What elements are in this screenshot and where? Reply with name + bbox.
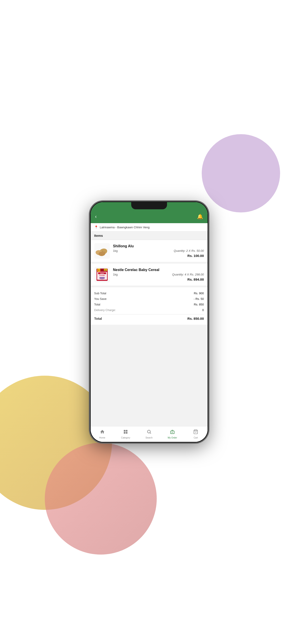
item-details-1: Shillong Alu 1kg Quantity: 2 X Rs. 50.00… (113, 244, 204, 258)
summary-savings-row: You Save - Rs. 50 (94, 296, 204, 302)
item-price-1: Rs. 100.00 (113, 254, 204, 258)
nav-cart[interactable]: Cart (184, 429, 207, 439)
summary-grand-total-row: Total Rs. 850.00 (94, 314, 204, 322)
location-bar: 📍 Lalrinawma - Bawngkawn Chhim Veng (91, 223, 207, 232)
nav-home[interactable]: Home (91, 429, 114, 439)
svg-text:N: N (98, 269, 99, 271)
item-image-cerelac: Nestlé Cerelac N NEW (94, 267, 110, 282)
svg-rect-16 (99, 277, 105, 278)
home-icon (100, 429, 105, 436)
delivery-label: Delivery Charge: (94, 308, 116, 312)
item-weight-2: 1kg (113, 273, 118, 276)
summary-delivery-row: Delivery Charge: 0 (94, 307, 204, 313)
svg-rect-24 (126, 432, 127, 434)
item-name-1: Shillong Alu (113, 244, 204, 248)
svg-text:NEW: NEW (104, 270, 107, 271)
item-weight-1: 1kg (113, 249, 118, 252)
grand-total-label: Total (94, 317, 102, 320)
subtotal-label: Sub Total (94, 292, 106, 295)
cart-icon (193, 429, 198, 436)
order-item-1: Shillong Alu 1kg Quantity: 2 X Rs. 50.00… (91, 240, 207, 264)
app-header: ‹ 🔔 (91, 212, 207, 223)
svg-point-4 (104, 252, 105, 252)
bg-shape-purple (202, 134, 280, 212)
svg-point-6 (101, 254, 102, 255)
order-summary: Sub Total Rs. 900 You Save - Rs. 50 Tota… (91, 287, 207, 325)
notification-bell-icon[interactable]: 🔔 (197, 214, 203, 220)
home-label: Home (99, 436, 105, 439)
location-pin-icon: 📍 (94, 226, 98, 229)
svg-rect-28 (171, 433, 173, 433)
content-area: 📍 Lalrinawma - Bawngkawn Chhim Veng Item… (91, 223, 207, 340)
svg-rect-27 (171, 432, 173, 432)
item-name-2: Nestle Cerelac Baby Cereal (113, 268, 204, 272)
item-row-2: 1kg Quantity: 4 X Rs. 298.00 (113, 273, 204, 276)
item-qty-2: Quantity: 4 X Rs. 298.00 (172, 273, 204, 276)
screen-content: 📍 Lalrinawma - Bawngkawn Chhim Veng Item… (91, 223, 207, 442)
phone-screen: ‹ 🔔 📍 Lalrinawma - Bawngkawn Chhim Veng … (91, 202, 207, 442)
phone-notch (131, 202, 167, 209)
svg-point-3 (102, 251, 103, 252)
category-label: Category (121, 436, 130, 439)
back-button[interactable]: ‹ (95, 214, 97, 220)
bottom-nav: Home Category (91, 426, 207, 442)
svg-rect-23 (124, 432, 125, 434)
cart-label: Cart (194, 436, 198, 439)
search-icon (147, 429, 152, 436)
subtotal-value: Rs. 900 (194, 292, 204, 295)
item-row-1: 1kg Quantity: 2 X Rs. 50.00 (113, 249, 204, 252)
order-item-2: Nestlé Cerelac N NEW (91, 264, 207, 287)
grand-total-value: Rs. 850.00 (187, 317, 204, 320)
item-qty-1: Quantity: 2 X Rs. 50.00 (174, 249, 204, 252)
summary-subtotal-row: Sub Total Rs. 900 (94, 290, 204, 296)
category-icon (123, 429, 128, 436)
my-order-label: My Order (168, 436, 177, 439)
svg-rect-22 (126, 430, 127, 432)
item-details-2: Nestle Cerelac Baby Cereal 1kg Quantity:… (113, 268, 204, 281)
savings-label: You Save (94, 297, 107, 300)
nav-search[interactable]: Search (137, 429, 161, 439)
my-order-icon (170, 429, 175, 436)
svg-text:Nestlé: Nestlé (100, 273, 104, 274)
phone-frame: ‹ 🔔 📍 Lalrinawma - Bawngkawn Chhim Veng … (90, 201, 208, 443)
location-text: Lalrinawma - Bawngkawn Chhim Veng (100, 226, 150, 229)
total-value: Rs. 850 (194, 303, 204, 306)
savings-value: - Rs. 50 (194, 297, 204, 300)
total-label: Total (94, 303, 100, 306)
delivery-value: 0 (202, 308, 204, 312)
svg-point-5 (99, 253, 100, 253)
item-price-2: Rs. 894.00 (113, 278, 204, 281)
svg-line-26 (150, 433, 151, 434)
item-image-potato (94, 243, 110, 259)
search-label: Search (146, 436, 153, 439)
summary-total-row: Total Rs. 850 (94, 302, 204, 307)
svg-point-7 (103, 254, 103, 254)
bg-shape-pink (45, 443, 157, 554)
svg-rect-21 (124, 430, 125, 432)
nav-category[interactable]: Category (114, 429, 137, 439)
svg-text:Cerelac: Cerelac (99, 274, 105, 276)
svg-point-25 (147, 430, 150, 433)
nav-my-order[interactable]: My Order (161, 429, 184, 439)
items-section-label: Items (91, 232, 207, 240)
